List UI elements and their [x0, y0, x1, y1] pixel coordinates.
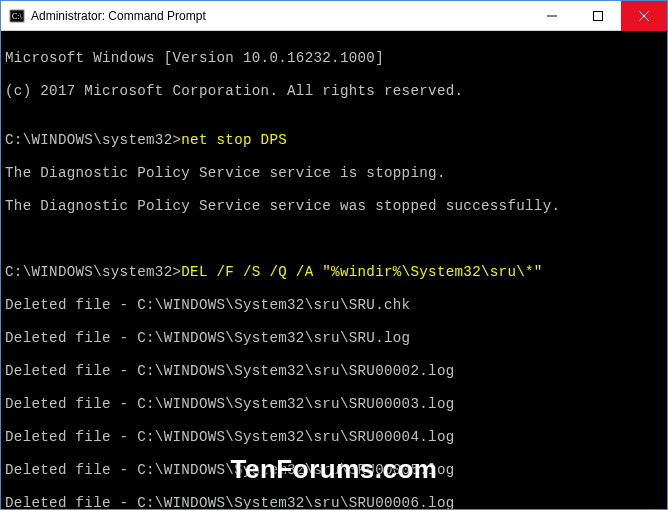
output-line: Deleted file - C:\WINDOWS\System32\sru\S…: [5, 330, 663, 347]
output-line: The Diagnostic Policy Service service is…: [5, 165, 663, 182]
cmd-icon: C:\: [9, 8, 25, 24]
command-text: DEL /F /S /Q /A "%windir%\System32\sru\*…: [181, 264, 542, 280]
prompt-line: C:\WINDOWS\system32>DEL /F /S /Q /A "%wi…: [5, 264, 663, 281]
terminal-area[interactable]: Microsoft Windows [Version 10.0.16232.10…: [1, 31, 667, 509]
output-line: The Diagnostic Policy Service service wa…: [5, 198, 663, 215]
window-title: Administrator: Command Prompt: [31, 9, 206, 23]
header-line: Microsoft Windows [Version 10.0.16232.10…: [5, 50, 663, 67]
maximize-button[interactable]: [575, 1, 621, 31]
header-line: (c) 2017 Microsoft Corporation. All righ…: [5, 83, 663, 100]
svg-text:C:\: C:\: [12, 12, 23, 21]
output-line: Deleted file - C:\WINDOWS\System32\sru\S…: [5, 363, 663, 380]
command-prompt-window: C:\ Administrator: Command Prompt Micros…: [0, 0, 668, 510]
minimize-button[interactable]: [529, 1, 575, 31]
output-line: Deleted file - C:\WINDOWS\System32\sru\S…: [5, 429, 663, 446]
prompt-prefix: C:\WINDOWS\system32>: [5, 264, 181, 280]
titlebar[interactable]: C:\ Administrator: Command Prompt: [1, 1, 667, 31]
command-text: net stop DPS: [181, 132, 287, 148]
output-line: Deleted file - C:\WINDOWS\System32\sru\S…: [5, 396, 663, 413]
prompt-line: C:\WINDOWS\system32>net stop DPS: [5, 132, 663, 149]
prompt-prefix: C:\WINDOWS\system32>: [5, 132, 181, 148]
close-button[interactable]: [621, 1, 667, 31]
output-line: Deleted file - C:\WINDOWS\System32\sru\S…: [5, 462, 663, 479]
output-line: Deleted file - C:\WINDOWS\System32\sru\S…: [5, 297, 663, 314]
output-line: Deleted file - C:\WINDOWS\System32\sru\S…: [5, 495, 663, 509]
svg-rect-3: [594, 11, 603, 20]
